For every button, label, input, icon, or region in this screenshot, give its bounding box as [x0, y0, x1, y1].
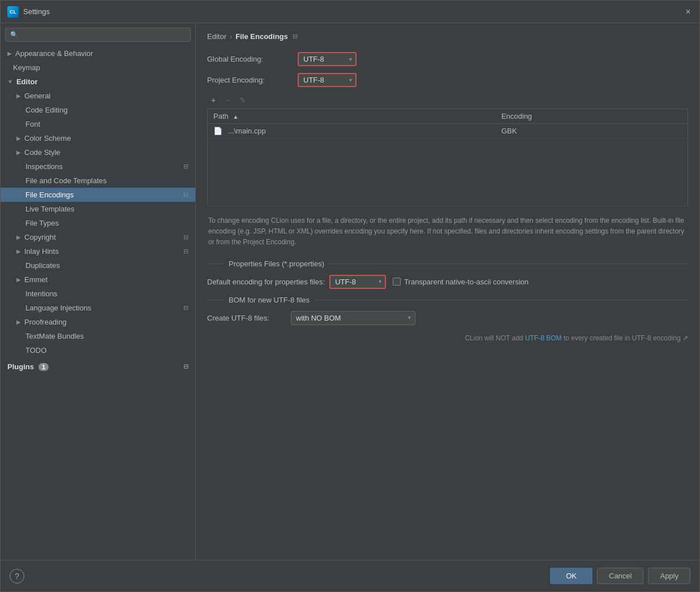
info-text: To change encoding CLion uses for a file…: [207, 215, 688, 248]
bom-info: CLion will NOT add UTF-8 BOM to every cr…: [207, 334, 688, 342]
transparent-checkbox[interactable]: [393, 278, 401, 286]
bom-link[interactable]: UTF-8 BOM: [525, 334, 562, 342]
global-encoding-row: Global Encoding: UTF-8 UTF-16 ISO-8859-1…: [207, 52, 688, 66]
transparent-checkbox-label[interactable]: Transparent native-to-ascii conversion: [393, 278, 529, 286]
project-encoding-wrapper: UTF-8 UTF-16 ISO-8859-1 GBK: [298, 73, 357, 87]
properties-encoding-wrapper: UTF-8 UTF-16 ISO-8859-1 GBK: [329, 275, 386, 289]
sidebar-item-general[interactable]: ▶ General: [1, 89, 195, 103]
edit-button[interactable]: ✎: [237, 94, 249, 106]
sidebar-label-todo: TODO: [25, 346, 46, 355]
close-button[interactable]: ×: [684, 7, 693, 16]
clion-logo: CL: [7, 6, 19, 18]
sidebar-item-copyright[interactable]: ▶ Copyright ⊟: [1, 230, 195, 244]
plugins-badge: 1: [38, 363, 49, 371]
sidebar-label-font: Font: [25, 120, 40, 128]
sidebar-item-color-scheme[interactable]: ▶ Color Scheme: [1, 131, 195, 145]
breadcrumb-parent: Editor: [207, 32, 226, 41]
sidebar-item-keymap[interactable]: Keymap: [1, 61, 195, 75]
sidebar-item-code-style[interactable]: ▶ Code Style: [1, 145, 195, 159]
sidebar-item-code-editing[interactable]: Code Editing: [1, 103, 195, 117]
col-encoding: Encoding: [496, 109, 688, 124]
expand-icon: ▶: [7, 50, 12, 57]
search-box[interactable]: 🔍: [5, 28, 191, 42]
remove-button[interactable]: −: [222, 94, 234, 106]
search-input[interactable]: [20, 31, 186, 39]
sidebar-label-textmate: TextMate Bundles: [25, 332, 84, 340]
sidebar-item-intentions[interactable]: Intentions: [1, 287, 195, 301]
apply-button[interactable]: Apply: [648, 568, 690, 584]
sidebar-item-live-templates[interactable]: Live Templates: [1, 202, 195, 216]
sidebar-item-font[interactable]: Font: [1, 117, 195, 131]
expand-icon-copyright: ▶: [16, 234, 21, 240]
sidebar-item-inlay-hints[interactable]: ▶ Inlay Hints ⊟: [1, 244, 195, 258]
sidebar-label-appearance: Appearance & Behavior: [15, 49, 93, 58]
table-row[interactable]: 📄 ...\main.cpp GBK: [208, 124, 688, 139]
breadcrumb: Editor › File Encodings ⊟: [207, 32, 688, 41]
sidebar-label-editor: Editor: [16, 77, 38, 86]
sidebar-label-color-scheme: Color Scheme: [24, 134, 71, 142]
title-bar: CL Settings ×: [1, 1, 699, 23]
sidebar-item-todo[interactable]: TODO: [1, 343, 195, 357]
default-encoding-label: Default encoding for properties files:: [207, 278, 325, 286]
right-panel: Editor › File Encodings ⊟ Global Encodin…: [196, 23, 699, 560]
bom-select[interactable]: with NO BOM with BOM: [291, 311, 415, 325]
sidebar-item-inspections[interactable]: Inspections ⊟: [1, 159, 195, 174]
sidebar-item-editor[interactable]: ▼ Editor: [1, 75, 195, 89]
ok-button[interactable]: OK: [550, 568, 592, 584]
breadcrumb-current: File Encodings: [235, 32, 287, 41]
action-buttons: OK Cancel Apply: [550, 568, 690, 584]
sidebar-item-plugins[interactable]: Plugins 1 ⊟: [1, 360, 195, 374]
encoding-table: Path ▲ Encoding 📄 ...\main.cpp: [207, 109, 688, 206]
bom-section-title: BOM for new UTF-8 files: [207, 296, 688, 304]
file-path-cell: 📄 ...\main.cpp: [208, 124, 496, 139]
app-icon: CL: [7, 6, 19, 18]
properties-encoding-select[interactable]: UTF-8 UTF-16 ISO-8859-1 GBK: [329, 275, 386, 289]
col-path[interactable]: Path ▲: [208, 109, 496, 124]
table-empty-row: [208, 139, 688, 206]
properties-section-title: Properties Files (*.properties): [207, 260, 688, 268]
breadcrumb-icon: ⊟: [293, 33, 298, 40]
expand-icon-editor: ▼: [7, 79, 13, 85]
expand-icon-code-style: ▶: [16, 149, 21, 155]
sidebar-item-file-encodings[interactable]: File Encodings ⊟: [1, 188, 195, 202]
sidebar-label-inlay-hints: Inlay Hints: [24, 247, 59, 256]
sidebar-item-duplicates[interactable]: Duplicates: [1, 258, 195, 273]
sidebar-item-file-code-templates[interactable]: File and Code Templates: [1, 174, 195, 188]
sidebar-label-duplicates: Duplicates: [25, 261, 60, 270]
sidebar-label-intentions: Intentions: [25, 289, 57, 298]
file-icon: 📄: [213, 127, 222, 135]
sidebar-label-file-code-templates: File and Code Templates: [25, 176, 107, 185]
item-settings-icon-inlay: ⊟: [183, 248, 188, 255]
sidebar-label-live-templates: Live Templates: [25, 205, 74, 213]
sidebar-label-plugins: Plugins: [7, 362, 34, 371]
add-button[interactable]: +: [207, 94, 220, 106]
global-encoding-wrapper: UTF-8 UTF-16 ISO-8859-1 GBK: [298, 52, 357, 66]
item-settings-icon-inspections: ⊟: [183, 163, 188, 170]
search-icon: 🔍: [10, 31, 18, 38]
sidebar-label-proofreading: Proofreading: [24, 318, 66, 326]
sidebar-label-file-encodings: File Encodings: [25, 191, 74, 199]
cancel-button[interactable]: Cancel: [597, 568, 643, 584]
project-encoding-select[interactable]: UTF-8 UTF-16 ISO-8859-1 GBK: [298, 73, 357, 87]
sidebar-item-language-injections[interactable]: Language Injections ⊟: [1, 301, 195, 315]
global-encoding-select[interactable]: UTF-8 UTF-16 ISO-8859-1 GBK: [298, 52, 357, 66]
settings-dialog: CL Settings × 🔍 ▶ Appearance & Behavior …: [0, 0, 700, 592]
sidebar-label-language-injections: Language Injections: [25, 304, 91, 312]
expand-icon-inlay: ▶: [16, 248, 21, 254]
expand-icon-proof: ▶: [16, 319, 21, 325]
sidebar-label-code-style: Code Style: [24, 148, 61, 157]
item-settings-icon-lang: ⊟: [183, 304, 188, 312]
properties-row: Default encoding for properties files: U…: [207, 275, 688, 289]
sidebar-item-textmate[interactable]: TextMate Bundles: [1, 329, 195, 343]
sidebar-label-file-types: File Types: [25, 219, 59, 227]
item-settings-icon-copyright: ⊟: [183, 234, 188, 241]
help-button[interactable]: ?: [10, 569, 24, 584]
main-content: 🔍 ▶ Appearance & Behavior Keymap ▼ Edito…: [1, 23, 699, 560]
item-settings-icon-plugins: ⊟: [183, 363, 188, 370]
sidebar-item-proofreading[interactable]: ▶ Proofreading: [1, 315, 195, 329]
sidebar-item-emmet[interactable]: ▶ Emmet: [1, 273, 195, 287]
sidebar-item-appearance[interactable]: ▶ Appearance & Behavior: [1, 46, 195, 61]
file-encoding-cell: GBK: [496, 124, 688, 139]
sidebar-item-file-types[interactable]: File Types: [1, 216, 195, 230]
bottom-bar: ? OK Cancel Apply: [1, 560, 699, 591]
